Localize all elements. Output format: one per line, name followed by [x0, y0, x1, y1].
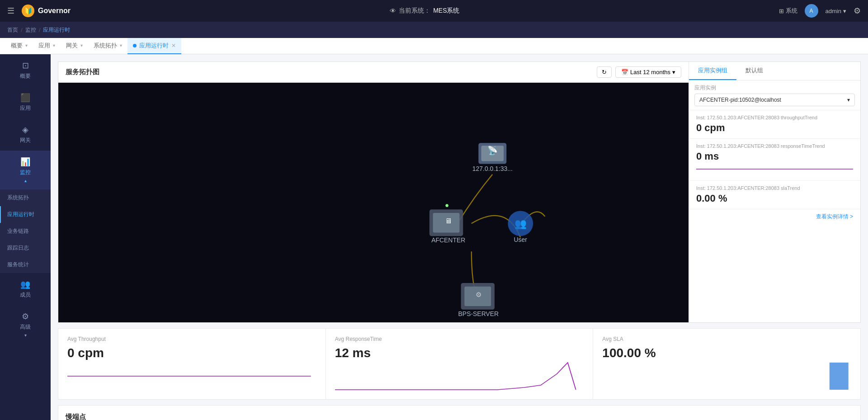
tab-app-runtime-label: 应用运行时: [139, 42, 169, 50]
tab-app-runtime[interactable]: 应用运行时 ✕: [127, 38, 181, 54]
tab-overview[interactable]: 概要 ▾: [5, 38, 33, 54]
sidebar-sub-business-trace[interactable]: 业务链路: [0, 223, 51, 240]
tab-overview-arrow: ▾: [25, 43, 28, 48]
time-arrow-icon: ▾: [672, 69, 675, 76]
sidebar-item-advanced[interactable]: ⚙ 高级 ▾: [0, 305, 51, 344]
breadcrumb-home[interactable]: 首页: [7, 26, 18, 34]
apps-icon: ⬛: [20, 93, 30, 103]
svg-text:🖥: 🖥: [445, 217, 452, 225]
metrics-tab-default-group[interactable]: 默认组: [736, 62, 772, 80]
slow-endpoints-section: 慢端点 /api/afc/login 1376 ms /api/a: [58, 405, 861, 420]
content-area: 服务拓扑图 ↻ 📅 Last 12 months ▾: [51, 54, 868, 420]
topbar-right: ⊞ 系统 A admin ▾ ⚙: [779, 4, 861, 18]
svg-text:📡: 📡: [487, 145, 498, 156]
topo-header: 服务拓扑图 ↻ 📅 Last 12 months ▾: [58, 62, 689, 83]
tab-apps-arrow: ▾: [53, 43, 55, 48]
svg-text:👥: 👥: [514, 217, 527, 230]
hamburger-icon[interactable]: ☰: [7, 6, 14, 16]
sidebar-monitor-sub: 系统拓扑 应用运行时 业务链路 跟踪日志 服务统计: [0, 189, 51, 273]
avatar: A: [805, 4, 818, 18]
instance-value: AFCENTER-pid:10502@localhost: [699, 97, 781, 103]
tab-close-icon[interactable]: ✕: [171, 42, 176, 49]
topbar-center: 👁 当前系统： MES系统: [78, 7, 772, 15]
user-node[interactable]: 👥 User: [508, 211, 533, 243]
tab-overview-label: 概要: [11, 42, 23, 50]
sidebar-sub-service-stats[interactable]: 服务统计: [0, 256, 51, 273]
breadcrumb: 首页 / 监控 / 应用运行时: [0, 22, 868, 38]
view-detail-link[interactable]: 查看实例详情 >: [689, 209, 860, 224]
time-range-button[interactable]: 📅 Last 12 months ▾: [615, 66, 681, 78]
metric-throughput-label: Inst: 172.50.1.203:AFCENTER:28083 throug…: [696, 115, 853, 120]
stat-sla-value: 100.00 %: [602, 346, 851, 360]
sidebar-gateway-label: 网关: [20, 137, 31, 144]
metric-response-time-label: Inst: 172.50.1.203:AFCENTER:28083 respon…: [696, 143, 853, 149]
system-label: 系统: [786, 7, 797, 15]
tab-gateway[interactable]: 网关 ▾: [61, 38, 88, 54]
current-system-name: MES系统: [433, 7, 459, 15]
sidebar-item-gateway[interactable]: ◈ 网关: [0, 118, 51, 151]
sidebar-sub-trace-log[interactable]: 跟踪日志: [0, 240, 51, 256]
svg-text:●: ●: [445, 201, 449, 209]
current-system-label: 当前系统：: [399, 7, 430, 15]
gateway-node[interactable]: 127.0.0.1:33... 📡: [472, 143, 528, 192]
tab-app-runtime-dot: [133, 44, 137, 47]
topo-title: 服务拓扑图: [66, 68, 99, 76]
admin-dropdown[interactable]: admin ▾: [826, 8, 846, 14]
stat-throughput-chart: [67, 360, 316, 392]
stat-sla: Avg SLA 100.00 %: [593, 328, 861, 400]
advanced-chevron-icon: ▾: [24, 333, 27, 338]
svg-text:BPS-SERVER: BPS-SERVER: [458, 310, 499, 317]
dropdown-arrow-icon: ▾: [847, 97, 850, 103]
sidebar-sub-system-topo[interactable]: 系统拓扑: [0, 189, 51, 206]
afcenter-node[interactable]: ● AFCENTER 🖥: [429, 201, 465, 244]
svg-text:AFCENTER: AFCENTER: [431, 236, 465, 244]
sidebar-item-monitor[interactable]: 📊 监控 ▴: [0, 151, 51, 189]
instance-selector: 应用实例 AFCENTER-pid:10502@localhost ▾: [689, 80, 860, 110]
stat-response-time: Avg ResponseTime 12 ms: [326, 328, 594, 400]
topo-graph: 127.0.0.1:33... 📡 ● AFCENTER 🖥: [58, 83, 689, 322]
svg-text:⚙: ⚙: [476, 291, 481, 298]
tab-apps-label: 应用: [38, 42, 50, 50]
tab-bar: 概要 ▾ 应用 ▾ 网关 ▾ 系统拓扑 ▾ 应用运行时 ✕: [0, 38, 868, 54]
gear-icon: ⚙: [854, 6, 861, 15]
metric-sla: Inst: 172.50.1.203:AFCENTER:28083 slaTre…: [689, 181, 860, 209]
sidebar-monitor-label: 监控: [20, 169, 31, 176]
monitor-icon: 📊: [20, 157, 30, 167]
metric-response-time-chart: [696, 162, 853, 176]
tab-system-topo-arrow: ▾: [120, 43, 122, 48]
tab-system-topo[interactable]: 系统拓扑 ▾: [88, 38, 127, 54]
sidebar-item-members[interactable]: 👥 成员: [0, 273, 51, 305]
svg-rect-16: [830, 363, 849, 390]
instance-dropdown[interactable]: AFCENTER-pid:10502@localhost ▾: [694, 94, 855, 106]
main-layout: ⊡ 概要 ⬛ 应用 ◈ 网关 📊 监控 ▴ 系统拓扑 应用运行时 业务链路 跟踪…: [0, 54, 868, 420]
tab-gateway-arrow: ▾: [80, 43, 83, 48]
topo-controls: ↻ 📅 Last 12 months ▾: [597, 66, 681, 78]
metric-throughput-value: 0 cpm: [696, 122, 853, 134]
topbar: ☰ 🔰 Governor 👁 当前系统： MES系统 ⊞ 系统 A admin …: [0, 0, 868, 22]
app-name: Governor: [38, 7, 71, 15]
overview-icon: ⊡: [22, 61, 29, 71]
sidebar-item-apps[interactable]: ⬛ 应用: [0, 86, 51, 118]
page-content: 服务拓扑图 ↻ 📅 Last 12 months ▾: [51, 54, 868, 420]
system-button[interactable]: ⊞ 系统: [779, 7, 797, 15]
stat-sla-chart: [602, 360, 851, 392]
calendar-icon: 📅: [621, 69, 628, 76]
stat-throughput-value: 0 cpm: [67, 346, 316, 360]
settings-button[interactable]: ⚙: [854, 6, 861, 16]
sidebar-sub-app-runtime[interactable]: 应用运行时: [0, 206, 51, 223]
refresh-button[interactable]: ↻: [597, 66, 612, 78]
breadcrumb-app-runtime[interactable]: 应用运行时: [43, 26, 70, 34]
topo-svg: 127.0.0.1:33... 📡 ● AFCENTER 🖥: [58, 83, 689, 322]
sidebar-item-overview[interactable]: ⊡ 概要: [0, 54, 51, 86]
sidebar-members-label: 成员: [20, 291, 31, 299]
breadcrumb-monitor[interactable]: 监控: [25, 26, 36, 34]
tab-gateway-label: 网关: [66, 42, 78, 50]
logo-icon: 🔰: [22, 5, 34, 17]
metrics-tab-instance-group[interactable]: 应用实例组: [689, 62, 736, 80]
time-range-label: Last 12 months: [630, 69, 670, 76]
logo-area: 🔰 Governor: [22, 5, 71, 17]
slow-title: 慢端点: [66, 413, 853, 420]
tab-apps[interactable]: 应用 ▾: [33, 38, 61, 54]
metric-response-time: Inst: 172.50.1.203:AFCENTER:28083 respon…: [689, 139, 860, 181]
bps-server-node[interactable]: BPS-SERVER ⚙: [458, 283, 499, 317]
